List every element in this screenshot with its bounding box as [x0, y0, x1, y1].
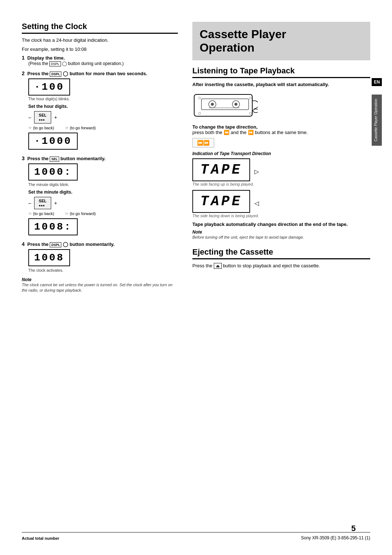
step-4-num: 4	[22, 241, 26, 247]
dspl-icon-4: DSPL	[50, 242, 61, 247]
step-3: 3 Press the SEL button momentarily. 1000…	[22, 155, 178, 237]
left-column: Setting the Clock The clock has a 24-hou…	[22, 22, 178, 293]
lcd-display-5: 1008	[28, 249, 70, 266]
lcd-caption-5: The clock activates.	[28, 268, 178, 272]
note-text-right: Before turning off the unit, eject the t…	[192, 235, 370, 240]
lcd-text-2: ·1000	[34, 135, 72, 147]
tape-direction-title: To change the tape direction,	[192, 124, 370, 130]
tape-display-2: TAPE	[192, 190, 250, 213]
sel-button-1: SEL●●●	[34, 111, 51, 123]
lcd-display-3: 1000:	[28, 163, 78, 181]
step-1-detail: (Press the DSPL ◯ button during unit ope…	[28, 61, 178, 66]
svg-point-11	[253, 109, 258, 113]
lcd-display-4: 1008:	[28, 218, 78, 235]
step-3-content: 1000: The minute digits blink. Set the m…	[28, 161, 178, 237]
minus-1: –	[28, 114, 31, 120]
note-text-left: The clock cannot be set unless the power…	[22, 282, 178, 293]
back-label-1: ☞ (to go back)	[28, 126, 54, 130]
footer-right: Sony XR-3509 (E) 3-856-295-11 (1)	[301, 535, 370, 540]
listening-title: Listening to Tape Playback	[192, 66, 370, 78]
right-arrow-icon: ▷	[254, 169, 259, 175]
auto-direction-text: Tape playback automatically changes dire…	[192, 222, 370, 227]
right-note: Note Before turning off the unit, eject …	[192, 229, 370, 240]
tape-arrow-2: ◁	[254, 201, 259, 206]
cassette-svg	[192, 91, 258, 118]
eject-text: Press the ⏏ button to stop playback and …	[192, 263, 370, 268]
direction-labels-2: ☞ (to go back) ☞ (to go forward)	[28, 211, 178, 216]
dspl-icon-1: DSPL	[49, 61, 61, 66]
step-2-num: 2	[22, 70, 26, 76]
lcd-caption-1: The hour digit(s) blinks.	[28, 97, 178, 101]
lcd-display-2: ·1000	[28, 133, 78, 150]
lcd-text-3: 1000:	[34, 166, 72, 178]
clock-intro: The clock has a 24-hour digital indicati…	[22, 37, 178, 43]
lcd-caption-3: The minute digits blink.	[28, 182, 178, 187]
forward-label-1: ☞ (to go forward)	[65, 126, 96, 130]
step-1-bold: Display the time.	[27, 55, 65, 61]
ff-icon: ⏩⏩	[197, 140, 209, 146]
step-1-text: (Press the DSPL ◯ button during unit ope…	[28, 61, 124, 66]
svg-point-9	[199, 112, 201, 114]
set-hour-label: Set the hour digits.	[28, 104, 178, 109]
step-1-num: 1	[22, 55, 26, 61]
tape-indication-label: Indication of Tape Transport Direction	[192, 151, 370, 156]
back-label-2: ☞ (to go back)	[28, 211, 54, 216]
step-4: 4 Press the DSPL ◯ button momentarily. 1…	[22, 241, 178, 272]
page-container: Setting the Clock The clock has a 24-hou…	[0, 0, 392, 555]
tape-text-1: TAPE	[200, 162, 242, 178]
step-4-bold: Press the DSPL ◯ button momentarily.	[27, 242, 114, 247]
sel-sub-1: ●●●	[39, 118, 45, 122]
svg-point-5	[234, 103, 237, 106]
plus-1: +	[54, 114, 57, 120]
dspl-icon-2: DSPL	[50, 72, 61, 77]
lcd-box-1: ·100	[28, 78, 178, 96]
svg-point-10	[249, 112, 252, 114]
tape-text-2: TAPE	[200, 194, 242, 209]
step-2-bold: Press the DSPL ◯ button for more than tw…	[27, 71, 147, 76]
right-column: Cassette Player Operation Listening to T…	[192, 22, 370, 293]
svg-rect-0	[194, 94, 252, 116]
eject-button-icon: ⏏	[214, 263, 222, 269]
clock-note: Note The clock cannot be set unless the …	[22, 277, 178, 293]
tape-display-1: TAPE	[192, 158, 250, 181]
lcd-display-1: ·100	[28, 78, 70, 96]
eject-title: Ejecting the Cassette	[192, 247, 370, 259]
footer-left: Actual total number	[22, 536, 59, 540]
step-3-num: 3	[22, 155, 26, 161]
step-1: 1 Display the time. (Press the DSPL ◯ bu…	[22, 55, 178, 66]
footer: Actual total number Sony XR-3509 (E) 3-8…	[22, 532, 370, 540]
step-4-content: 1008 The clock activates.	[28, 247, 178, 272]
svg-point-8	[249, 97, 252, 99]
setting-clock-title: Setting the Clock	[22, 22, 178, 34]
ff-rew-illustration: ⏩⏩	[192, 138, 214, 147]
svg-point-3	[211, 103, 214, 106]
lcd-text-5: 1008	[34, 252, 64, 263]
sel-sub-2: ●●●	[39, 204, 45, 207]
plus-2: +	[54, 200, 57, 206]
minus-2: –	[28, 200, 31, 206]
example-label: For example, setting it to 10:08	[22, 46, 178, 52]
set-minute-label: Set the minute digits.	[28, 190, 178, 195]
direction-labels-1: ☞ (to go back) ☞ (to go forward)	[28, 126, 178, 130]
tape-direction-text: press both the ⏪ and the ⏩ buttons at th…	[192, 130, 370, 135]
step-2: 2 Press the DSPL ◯ button for more than …	[22, 70, 178, 151]
left-arrow-icon: ◁	[254, 200, 259, 206]
step-2-content: ·100 The hour digit(s) blinks. Set the h…	[28, 78, 178, 151]
tape-caption-2: The side facing down is being played.	[192, 214, 370, 218]
sel-button-2: SEL●●●	[34, 197, 51, 209]
cassette-header-title: Cassette Player Operation	[200, 28, 363, 54]
lcd-text-4: 1008:	[34, 221, 72, 232]
tape-caption-1: The side facing up is being played.	[192, 182, 370, 186]
sel-row-1: – SEL●●● +	[28, 111, 178, 123]
side-tab: Cassette Player Operation	[372, 94, 382, 146]
tape-arrow-1: ▷	[254, 169, 259, 175]
sel-icon-3: SEL	[50, 157, 59, 162]
cassette-header: Cassette Player Operation	[192, 22, 370, 60]
forward-label-2: ☞ (to go forward)	[65, 211, 96, 216]
step-3-bold: Press the SEL button momentarily.	[27, 156, 105, 161]
playback-bold: After inserting the cassette, playback w…	[192, 82, 370, 87]
note-label-left: Note	[22, 277, 32, 282]
svg-point-7	[199, 97, 201, 99]
en-badge: EN	[372, 78, 382, 86]
two-column-layout: Setting the Clock The clock has a 24-hou…	[22, 22, 370, 293]
